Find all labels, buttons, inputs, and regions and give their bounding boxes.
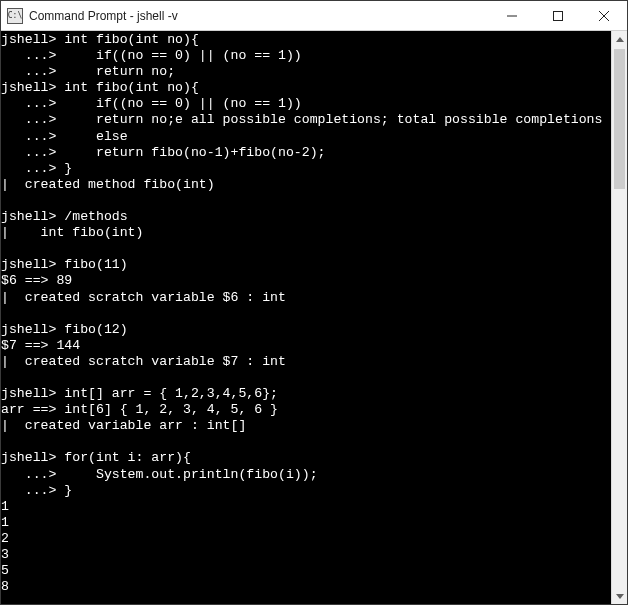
terminal-line: jshell> /methods [1,209,611,225]
minimize-icon [507,11,517,21]
terminal-line: jshell> int fibo(int no){ [1,80,611,96]
terminal-line: $6 ==> 89 [1,273,611,289]
scroll-thumb[interactable] [614,49,625,189]
terminal-line [1,370,611,386]
terminal-line: arr ==> int[6] { 1, 2, 3, 4, 5, 6 } [1,402,611,418]
terminal-line [1,434,611,450]
svg-rect-1 [554,11,563,20]
content-area: jshell> int fibo(int no){ ...> if((no ==… [1,31,627,604]
terminal-line: ...> return no;e all possible completion… [1,112,611,128]
terminal-line: ...> } [1,483,611,499]
window-controls [489,1,627,30]
terminal-line [1,241,611,257]
terminal-line: 3 [1,547,611,563]
terminal-line: jshell> fibo(11) [1,257,611,273]
terminal-line: ...> return fibo(no-1)+fibo(no-2); [1,145,611,161]
terminal-line: | created scratch variable $6 : int [1,290,611,306]
terminal-line [1,306,611,322]
terminal-line: 5 [1,563,611,579]
terminal-line: | created scratch variable $7 : int [1,354,611,370]
window-title: Command Prompt - jshell -v [29,9,489,23]
svg-marker-5 [616,594,624,599]
terminal-output[interactable]: jshell> int fibo(int no){ ...> if((no ==… [1,31,611,604]
terminal-line: ...> System.out.println(fibo(i)); [1,467,611,483]
terminal-line: | created method fibo(int) [1,177,611,193]
terminal-line: jshell> int[] arr = { 1,2,3,4,5,6}; [1,386,611,402]
close-icon [599,11,609,21]
terminal-line: $7 ==> 144 [1,338,611,354]
terminal-line: jshell> int fibo(int no){ [1,32,611,48]
terminal-line: ...> if((no == 0) || (no == 1)) [1,48,611,64]
terminal-line: ...> if((no == 0) || (no == 1)) [1,96,611,112]
terminal-line: 2 [1,531,611,547]
terminal-line: | int fibo(int) [1,225,611,241]
terminal-line: jshell> fibo(12) [1,322,611,338]
vertical-scrollbar[interactable] [611,31,627,604]
terminal-line [1,193,611,209]
terminal-line: ...> return no; [1,64,611,80]
titlebar[interactable]: C:\ Command Prompt - jshell -v [1,1,627,31]
scroll-up-arrow-icon[interactable] [612,31,627,47]
terminal-line: 1 [1,499,611,515]
terminal-line: 1 [1,515,611,531]
terminal-line: | created variable arr : int[] [1,418,611,434]
svg-marker-4 [616,37,624,42]
cmd-icon: C:\ [7,8,23,24]
maximize-icon [553,11,563,21]
close-button[interactable] [581,1,627,30]
command-prompt-window: C:\ Command Prompt - jshell -v jshell> i… [0,0,628,605]
scroll-down-arrow-icon[interactable] [612,588,627,604]
terminal-line: ...> else [1,129,611,145]
terminal-line: 8 [1,579,611,595]
terminal-line: jshell> for(int i: arr){ [1,450,611,466]
maximize-button[interactable] [535,1,581,30]
minimize-button[interactable] [489,1,535,30]
terminal-line: ...> } [1,161,611,177]
